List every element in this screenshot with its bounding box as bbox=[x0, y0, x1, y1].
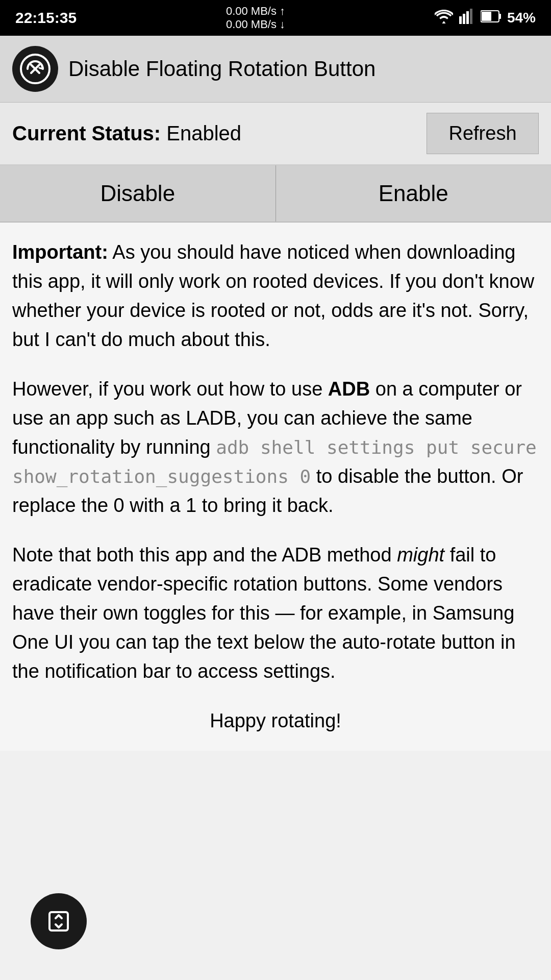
status-row: Current Status: Enabled Refresh bbox=[0, 103, 551, 165]
paragraph-3: Note that both this app and the ADB meth… bbox=[12, 541, 539, 686]
floating-action-button[interactable] bbox=[31, 893, 87, 949]
svg-rect-1 bbox=[463, 14, 465, 24]
current-status-label: Current Status: Enabled bbox=[12, 122, 241, 145]
wifi-icon bbox=[435, 9, 453, 28]
action-buttons-row: Disable Enable bbox=[0, 165, 551, 223]
paragraph-2-pre: However, if you work out how to use bbox=[12, 378, 328, 400]
svg-rect-6 bbox=[482, 12, 491, 21]
upload-speed: 0.00 MB/s ↑ bbox=[226, 5, 285, 18]
status-bar: 22:15:35 0.00 MB/s ↑ 0.00 MB/s ↓ bbox=[0, 0, 551, 36]
status-label-bold: Current Status: bbox=[12, 122, 161, 144]
paragraph-1-bold: Important: bbox=[12, 241, 108, 263]
status-icons: 54% bbox=[435, 9, 536, 28]
content-area: Important: As you should have noticed wh… bbox=[0, 223, 551, 751]
svg-rect-5 bbox=[499, 14, 501, 19]
app-title: Disable Floating Rotation Button bbox=[68, 57, 375, 81]
paragraph-2: However, if you work out how to use ADB … bbox=[12, 375, 539, 520]
app-header: Disable Floating Rotation Button bbox=[0, 36, 551, 103]
svg-rect-3 bbox=[470, 9, 472, 24]
refresh-button[interactable]: Refresh bbox=[427, 113, 539, 154]
paragraph-3-pre: Note that both this app and the ADB meth… bbox=[12, 544, 397, 566]
paragraph-3-italic: might bbox=[397, 544, 444, 566]
paragraph-4: Happy rotating! bbox=[12, 706, 539, 736]
svg-rect-2 bbox=[466, 11, 469, 24]
enable-button[interactable]: Enable bbox=[276, 165, 552, 222]
battery-percent: 54% bbox=[507, 10, 536, 26]
disable-button[interactable]: Disable bbox=[0, 165, 276, 222]
network-speed: 0.00 MB/s ↑ 0.00 MB/s ↓ bbox=[226, 5, 285, 31]
download-speed: 0.00 MB/s ↓ bbox=[226, 18, 285, 31]
paragraph-2-adb: ADB bbox=[328, 378, 370, 400]
time: 22:15:35 bbox=[15, 9, 77, 27]
paragraph-1: Important: As you should have noticed wh… bbox=[12, 238, 539, 354]
signal-icon bbox=[459, 9, 474, 28]
svg-rect-0 bbox=[459, 16, 462, 24]
battery-icon bbox=[481, 10, 501, 27]
status-value: Enabled bbox=[166, 122, 241, 144]
app-icon bbox=[12, 46, 58, 92]
